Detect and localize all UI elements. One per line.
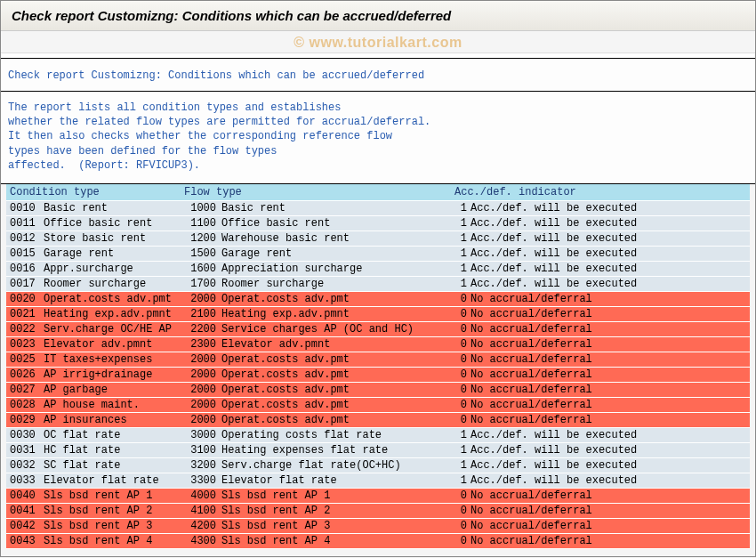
table-row[interactable]: 0015Garage rent1500Garage rent1Acc./def.… [6, 247, 750, 262]
table-row[interactable]: 0026AP irrig+drainage2000Operat.costs ad… [6, 368, 750, 383]
cell-flow-text: Roomer surcharge [221, 278, 454, 290]
table-row[interactable]: 0033Elevator flat rate3300Elevator flat … [6, 473, 750, 489]
cell-flow-text: Heating exp.adv.pmnt [221, 308, 454, 320]
table-row[interactable]: 0028AP house maint.2000Operat.costs adv.… [6, 398, 750, 413]
cell-condition-code: 0033 [6, 474, 44, 487]
cell-flow-text: Sls bsd rent AP 2 [221, 505, 454, 517]
cell-flow-text: Operat.costs adv.pmt [221, 353, 454, 366]
cell-indicator-code: 0 [454, 308, 470, 320]
cell-flow-code: 2000 [184, 384, 221, 396]
cell-indicator-code: 1 [454, 474, 470, 487]
table-row[interactable]: 0011Office basic rent1100Office basic re… [6, 216, 750, 231]
table-row[interactable]: 0043Sls bsd rent AP 44300Sls bsd rent AP… [6, 534, 750, 549]
table-row[interactable]: 0017Roomer surcharge1700Roomer surcharge… [6, 277, 750, 292]
cell-flow-code: 2100 [184, 308, 221, 320]
cell-flow-text: Sls bsd rent AP 4 [221, 535, 454, 547]
cell-condition-text: AP house maint. [44, 399, 184, 411]
cell-indicator-code: 0 [454, 368, 470, 381]
cell-condition-code: 0042 [6, 520, 44, 532]
cell-condition-text: Heating exp.adv.pmnt [44, 308, 184, 320]
table-row[interactable]: 0016Appr.surcharge1600Appreciation surch… [6, 262, 750, 277]
cell-indicator-text: No accrual/deferral [470, 323, 750, 336]
cell-flow-text: Appreciation surcharge [221, 263, 454, 275]
cell-condition-text: Elevator flat rate [44, 474, 184, 487]
cell-condition-code: 0010 [6, 202, 44, 214]
report-description: The report lists all condition types and… [1, 92, 755, 183]
cell-condition-code: 0022 [6, 323, 44, 336]
cell-condition-code: 0030 [6, 429, 44, 441]
cell-indicator-code: 0 [454, 323, 470, 336]
cell-condition-code: 0011 [6, 217, 44, 230]
table-row[interactable]: 0031HC flat rate3100Heating expenses fla… [6, 443, 750, 458]
cell-indicator-code: 0 [454, 489, 470, 502]
cell-indicator-text: No accrual/deferral [470, 505, 750, 517]
cell-condition-text: HC flat rate [44, 444, 184, 457]
cell-condition-text: Sls bsd rent AP 3 [44, 520, 184, 532]
table-row[interactable]: 0032SC flat rate3200Serv.charge flat rat… [6, 458, 750, 473]
cell-flow-code: 3200 [184, 459, 221, 472]
cell-flow-code: 3300 [184, 474, 221, 487]
table-row[interactable]: 0042Sls bsd rent AP 34200Sls bsd rent AP… [6, 519, 750, 534]
cell-indicator-code: 1 [454, 429, 470, 441]
cell-flow-text: Elevator adv.pmnt [221, 338, 454, 351]
report-subtitle: Check report Customizng: Conditions whic… [1, 59, 755, 91]
cell-flow-code: 1000 [184, 202, 221, 214]
cell-condition-code: 0027 [6, 384, 44, 396]
table-row[interactable]: 0025IT taxes+expenses2000Operat.costs ad… [6, 352, 750, 368]
cell-indicator-text: No accrual/deferral [470, 384, 750, 396]
header-acc-def-indicator: Acc./def. indicator [454, 186, 750, 198]
cell-indicator-text: No accrual/deferral [470, 338, 750, 351]
cell-flow-code: 1100 [184, 217, 221, 230]
table-row[interactable]: 0041Sls bsd rent AP 24100Sls bsd rent AP… [6, 504, 750, 519]
table-row[interactable]: 0012Store basic rent1200Warehouse basic … [6, 231, 750, 247]
cell-indicator-text: No accrual/deferral [470, 535, 750, 547]
table-row[interactable]: 0040Sls bsd rent AP 14000Sls bsd rent AP… [6, 489, 750, 504]
report-grid: Condition type Flow type Acc./def. indic… [1, 184, 755, 556]
cell-condition-code: 0032 [6, 459, 44, 472]
cell-indicator-text: Acc./def. will be executed [470, 217, 750, 230]
cell-indicator-code: 1 [454, 444, 470, 457]
cell-flow-code: 3100 [184, 444, 221, 457]
cell-flow-code: 1600 [184, 263, 221, 275]
header-condition-type: Condition type [6, 186, 184, 198]
table-row[interactable]: 0022Serv.charge OC/HE AP2200Service char… [6, 322, 750, 337]
cell-flow-code: 2000 [184, 293, 221, 305]
cell-indicator-text: No accrual/deferral [470, 353, 750, 366]
table-row[interactable]: 0027AP garbage2000Operat.costs adv.pmt0N… [6, 383, 750, 398]
table-row[interactable]: 0021Heating exp.adv.pmnt2100Heating exp.… [6, 307, 750, 322]
cell-condition-code: 0023 [6, 338, 44, 351]
header-flow-type: Flow type [184, 186, 454, 198]
cell-condition-text: IT taxes+expenses [44, 353, 184, 366]
cell-condition-text: Basic rent [44, 202, 184, 214]
grid-body: 0010Basic rent1000Basic rent1Acc./def. w… [6, 201, 750, 549]
cell-flow-code: 2000 [184, 414, 221, 426]
cell-indicator-code: 0 [454, 535, 470, 547]
cell-condition-text: SC flat rate [44, 459, 184, 472]
cell-condition-text: Sls bsd rent AP 1 [44, 489, 184, 502]
cell-indicator-code: 0 [454, 414, 470, 426]
cell-indicator-text: No accrual/deferral [470, 368, 750, 381]
cell-flow-text: Warehouse basic rent [221, 232, 454, 245]
table-row[interactable]: 0030OC flat rate3000Operating costs flat… [6, 428, 750, 443]
table-row[interactable]: 0020Operat.costs adv.pmt2000Operat.costs… [6, 292, 750, 307]
cell-condition-text: Sls bsd rent AP 2 [44, 505, 184, 517]
cell-condition-code: 0029 [6, 414, 44, 426]
cell-flow-text: Sls bsd rent AP 1 [221, 489, 454, 502]
cell-indicator-code: 1 [454, 247, 470, 260]
table-row[interactable]: 0023Elevator adv.pmnt2300Elevator adv.pm… [6, 337, 750, 352]
cell-flow-text: Operat.costs adv.pmt [221, 384, 454, 396]
cell-indicator-text: Acc./def. will be executed [470, 202, 750, 214]
cell-flow-text: Office basic rent [221, 217, 454, 230]
cell-condition-text: Roomer surcharge [44, 278, 184, 290]
cell-flow-code: 4200 [184, 520, 221, 532]
table-row[interactable]: 0010Basic rent1000Basic rent1Acc./def. w… [6, 201, 750, 216]
cell-flow-text: Service charges AP (OC and HC) [221, 323, 454, 336]
cell-flow-text: Operat.costs adv.pmt [221, 399, 454, 411]
cell-flow-text: Operat.costs adv.pmt [221, 414, 454, 426]
cell-indicator-text: No accrual/deferral [470, 308, 750, 320]
cell-condition-text: Sls bsd rent AP 4 [44, 535, 184, 547]
cell-condition-code: 0021 [6, 308, 44, 320]
cell-indicator-text: No accrual/deferral [470, 520, 750, 532]
table-row[interactable]: 0029AP insurances2000Operat.costs adv.pm… [6, 413, 750, 428]
cell-condition-code: 0016 [6, 263, 44, 275]
